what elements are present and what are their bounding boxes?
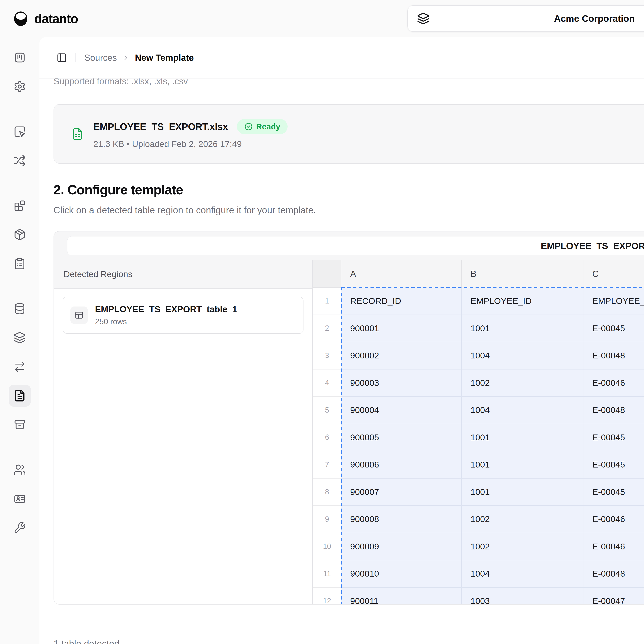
sidebar-item-clipboard-list[interactable] (9, 253, 31, 275)
file-meta: 21.3 KB • Uploaded Feb 2, 2026 17:49 (93, 139, 288, 149)
detected-regions-panel: Detected Regions EMPLOYEE_TS_EXPORT_tabl… (54, 260, 313, 604)
sidebar-item-package[interactable] (9, 224, 31, 246)
settings-icon (13, 80, 26, 93)
sheet-cell: 900011 (341, 588, 462, 604)
org-switcher[interactable]: Acme Corporation (407, 5, 644, 32)
sidebar-item-file-text[interactable] (9, 385, 31, 407)
sheet-cell: E-00045 (583, 424, 644, 451)
layers-icon (417, 12, 429, 25)
sheet-cell: 1001 (462, 451, 583, 479)
sheet-row: 69000051001E-00045 (313, 424, 644, 451)
sheet-cell: 900007 (341, 479, 462, 506)
row-number: 4 (313, 369, 341, 397)
breadcrumb-current: New Template (135, 53, 194, 63)
sidebar (0, 37, 39, 644)
top-bar: datanto Acme Corporation (0, 0, 644, 37)
square-kanban-icon (13, 51, 26, 64)
region-name: EMPLOYEE_TS_EXPORT_table_1 (95, 304, 237, 314)
sheet-cell: 1001 (462, 479, 583, 506)
sheet-cell: RECORD_ID (341, 288, 462, 315)
file-text-icon (13, 389, 26, 402)
sheet-cell: E-00048 (583, 342, 644, 369)
sheet-cell: 900008 (341, 506, 462, 533)
viewer-file-title: EMPLOYEE_TS_EXPORT.xlsx (541, 236, 644, 256)
blocks-icon (13, 199, 26, 212)
sheet-cell: E-00047 (583, 588, 644, 604)
sheet-cell: E-00045 (583, 479, 644, 506)
sheet-cell: 900010 (341, 560, 462, 588)
spreadsheet-file-icon (71, 126, 84, 142)
sheet-row: 39000021004E-00048 (313, 342, 644, 369)
sheet-cell: 1001 (462, 424, 583, 451)
clipboard-list-icon (13, 257, 26, 270)
page-scroll-area: Supported formats: .xlsx, .xls, .csv EMP… (39, 75, 644, 644)
row-number: 9 (313, 506, 341, 533)
sheet-row: 79000061001E-00045 (313, 451, 644, 479)
sidebar-item-archive[interactable] (9, 414, 31, 436)
sidebar-item-square-kanban[interactable] (9, 46, 31, 69)
shuffle-icon (13, 154, 26, 167)
sidebar-item-id-card[interactable] (9, 488, 31, 510)
sidebar-item-wrench[interactable] (9, 517, 31, 539)
row-number: 6 (313, 424, 341, 451)
sheet-row: 109000091002E-00046 (313, 533, 644, 560)
section-title: 2. Configure template (54, 182, 644, 197)
sidebar-item-database[interactable] (9, 298, 31, 320)
grid-header: ABC (313, 260, 644, 288)
file-name: EMPLOYEE_TS_EXPORT.xlsx (93, 121, 228, 132)
sidebar-item-blocks[interactable] (9, 195, 31, 217)
sheet-row: 29000011001E-00045 (313, 315, 644, 342)
square-mouse-pointer-icon (13, 125, 26, 138)
sheet-cell: E-00048 (583, 397, 644, 424)
chevron-right-icon (122, 54, 130, 62)
archive-icon (13, 418, 26, 431)
table-viewer-panel: EMPLOYEE_TS_EXPORT.xlsx Detected Regions… (54, 231, 644, 605)
sidebar-item-layers[interactable] (9, 327, 31, 349)
tables-detected-note: 1 table detected (54, 638, 644, 644)
sheet-cell: 900004 (341, 397, 462, 424)
status-label: Ready (256, 122, 280, 131)
sheet-cell: E-00046 (583, 506, 644, 533)
sheet-row: 59000041004E-00048 (313, 397, 644, 424)
region-card[interactable]: EMPLOYEE_TS_EXPORT_table_1 250 rows (63, 297, 303, 334)
brand-name: datanto (34, 11, 78, 26)
sidebar-item-settings[interactable] (9, 75, 31, 98)
users-icon (13, 463, 26, 476)
selection-border-left (341, 287, 342, 604)
spreadsheet-preview: ABC 1RECORD_IDEMPLOYEE_IDEMPLOYEE_ 29000… (313, 260, 644, 604)
sheet-cell: 900005 (341, 424, 462, 451)
row-number: 2 (313, 315, 341, 342)
column-header-C: C (583, 260, 644, 288)
sheet-cell: E-00045 (583, 451, 644, 479)
row-number: 3 (313, 342, 341, 369)
id-card-icon (13, 492, 26, 505)
sheet-cell: 900003 (341, 369, 462, 397)
sheet-cell: 1004 (462, 397, 583, 424)
sidebar-item-shuffle[interactable] (9, 150, 31, 172)
wrench-icon (13, 521, 26, 534)
status-badge: Ready (237, 119, 288, 134)
layers-icon (13, 331, 26, 344)
sidebar-item-arrow-right-left[interactable] (9, 356, 31, 378)
breadcrumb-item-sources[interactable]: Sources (84, 53, 117, 63)
sheet-cell: 1002 (462, 369, 583, 397)
sheet-row: 89000071001E-00045 (313, 479, 644, 506)
sidebar-toggle-button[interactable] (57, 53, 67, 63)
region-row-count: 250 rows (95, 317, 237, 326)
sheet-cell: E-00048 (583, 560, 644, 588)
org-name: Acme Corporation (554, 13, 644, 24)
sheet-cell: 1001 (462, 315, 583, 342)
detected-regions-list: EMPLOYEE_TS_EXPORT_table_1 250 rows (54, 289, 312, 604)
grid-rows: 1RECORD_IDEMPLOYEE_IDEMPLOYEE_ 290000110… (313, 288, 644, 604)
sheet-cell: 1002 (462, 533, 583, 560)
row-number: 11 (313, 560, 341, 588)
arrow-right-left-icon (13, 360, 26, 373)
breadcrumb: Sources New Template (39, 37, 644, 78)
sheet-row: 1RECORD_IDEMPLOYEE_IDEMPLOYEE_ (313, 288, 644, 315)
sheet-cell: 1003 (462, 588, 583, 604)
sheet-cell: EMPLOYEE_ (583, 288, 644, 315)
sidebar-item-square-mouse-pointer[interactable] (9, 121, 31, 143)
sheet-cell: 900002 (341, 342, 462, 369)
sheet-cell: 1004 (462, 342, 583, 369)
sidebar-item-users[interactable] (9, 459, 31, 481)
